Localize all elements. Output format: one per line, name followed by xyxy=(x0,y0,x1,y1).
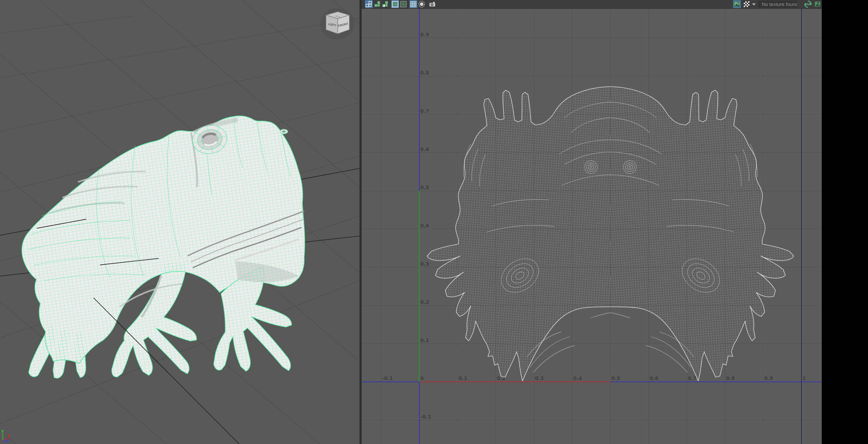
uv-mixed-mode-icon[interactable] xyxy=(381,0,389,8)
toolbar-separator xyxy=(408,1,408,7)
uv-toolbar: No texture found RGB xyxy=(362,0,822,9)
uv-axis-tick-label: 0.6 xyxy=(420,146,429,152)
app-window: LEFT FRONT TOP y x z xyxy=(0,0,868,444)
uv-editor-panel: No texture found RGB xyxy=(362,0,822,444)
snapshot-icon[interactable] xyxy=(428,0,436,8)
uv-axis-tick-label: 0.1 xyxy=(420,338,429,343)
uv-axis-tick-label: 0.8 xyxy=(726,375,735,381)
uv-canvas[interactable]: 0-0.10.10.20.30.40.50.60.70.80.91-0.10.1… xyxy=(362,8,822,444)
uv-axis-tick-label: 0.3 xyxy=(420,261,429,267)
uv-axis-tick-label: 0.6 xyxy=(650,375,658,381)
uv-point-mode-icon[interactable] xyxy=(374,0,381,8)
uv-axis-tick-label: 1 xyxy=(803,375,806,381)
frog-model[interactable] xyxy=(22,116,305,378)
show-uv-mesh-icon[interactable] xyxy=(409,0,417,8)
uv-axis-tick-label: 0 xyxy=(420,375,424,381)
panel-splitter[interactable] xyxy=(360,0,362,444)
uv-axis-tick-label: 0.7 xyxy=(688,375,697,381)
checker-background-icon[interactable] xyxy=(743,0,750,8)
texture-status-field[interactable]: No texture found xyxy=(758,1,798,7)
gizmo-x-label: x xyxy=(8,433,10,438)
uv-axis-tick-label: 0.2 xyxy=(420,299,429,305)
rgb-channels-icon[interactable]: RGB xyxy=(804,0,812,8)
uv-polygon-mode-icon[interactable] xyxy=(365,0,373,8)
uv-axis-tick-label: 0.1 xyxy=(459,375,467,381)
3d-scene: LEFT FRONT TOP y x z xyxy=(0,0,360,444)
toolbar-separator xyxy=(426,1,427,7)
uv-axis-tick-label: 0.8 xyxy=(420,70,429,76)
uv-axis-tick-label: 0.5 xyxy=(612,375,620,381)
3d-viewport[interactable]: LEFT FRONT TOP y x z xyxy=(0,0,360,444)
gizmo-z-label: z xyxy=(6,438,8,443)
uv-axis-tick-label: 0.9 xyxy=(420,32,429,37)
outline-selection-icon[interactable] xyxy=(418,0,426,8)
hide-texture-view-icon[interactable] xyxy=(400,0,407,8)
show-texture-image-icon[interactable] xyxy=(733,0,741,8)
uv-axis-tick-label: 0.4 xyxy=(573,375,582,381)
view-cube[interactable]: LEFT FRONT TOP xyxy=(320,8,354,39)
toolbar-separator xyxy=(390,1,390,7)
uv-axis-tick-label: -0.1 xyxy=(382,375,393,381)
svg-text:RGB: RGB xyxy=(805,3,811,6)
frog-nostril xyxy=(280,129,288,134)
show-texture-view-icon[interactable] xyxy=(391,0,399,8)
uv-axis-tick-label: 0.5 xyxy=(420,185,429,190)
uv-axis-tick-label: 0.4 xyxy=(420,223,429,228)
screen-black-area xyxy=(822,0,868,444)
uv-axis-tick-label: 0.9 xyxy=(764,375,773,381)
gizmo-y-label: y xyxy=(1,429,4,433)
texture-dropdown-caret[interactable] xyxy=(752,3,756,5)
axis-gizmo: y x z xyxy=(1,429,10,443)
uv-axis-tick-label: 0.3 xyxy=(535,375,544,381)
texture-preview-icon[interactable] xyxy=(814,0,822,8)
uv-axis-tick-label: -0.1 xyxy=(420,414,431,419)
uv-axis-tick-label: 0.7 xyxy=(420,108,429,114)
